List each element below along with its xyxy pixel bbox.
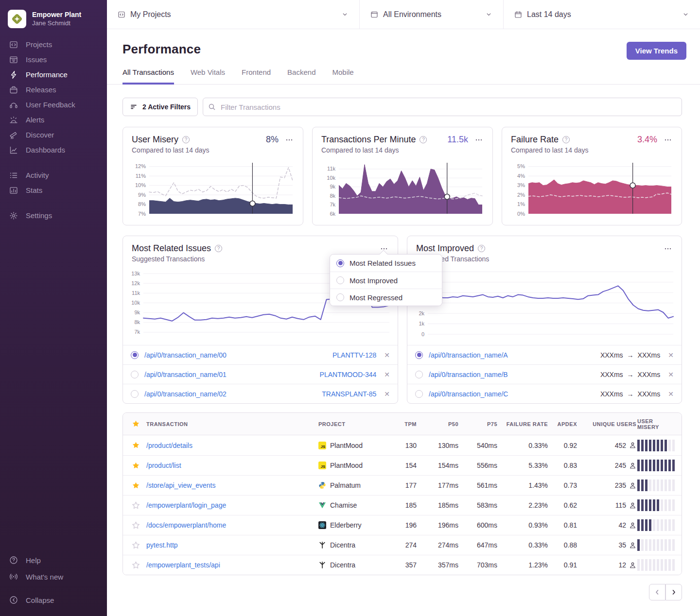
list-item: /api/0/transaction_name/AXXXms→XXXms✕ [407, 345, 682, 364]
transaction-link[interactable]: /api/0/transaction_name/01 [144, 371, 227, 378]
sidebar-item-performance[interactable]: Performance [0, 67, 107, 82]
star-toggle[interactable] [123, 481, 146, 490]
project-filter-dropdown[interactable]: My Projects [107, 0, 360, 29]
star-toggle[interactable] [123, 441, 146, 449]
card-menu-button[interactable] [663, 244, 673, 254]
radio-button[interactable] [131, 390, 139, 398]
close-icon[interactable]: ✕ [668, 371, 674, 378]
main-area: My Projects All Environments Last 14 day… [107, 0, 700, 616]
issue-link[interactable]: TRANSPLANT-85 [322, 390, 376, 398]
sidebar-item-collapse[interactable]: Collapse [0, 592, 107, 608]
help-icon[interactable] [562, 136, 570, 143]
page-content: 2 Active Filters User Misery 8% Compar [107, 85, 700, 600]
active-filters-button[interactable]: 2 Active Filters [122, 98, 198, 116]
transaction-link[interactable]: /store/api_view_events [146, 481, 215, 489]
column-header-unique-users[interactable]: UNIQUE USERS [580, 421, 637, 427]
date-range-dropdown[interactable]: Last 14 days [504, 0, 700, 29]
sidebar-item-dashboards[interactable]: Dashboards [0, 142, 107, 157]
issues-icon [9, 55, 18, 64]
star-toggle[interactable] [123, 501, 146, 510]
transaction-link[interactable]: /api/0/transaction_name/00 [144, 351, 227, 359]
sidebar-item-settings[interactable]: Settings [0, 208, 107, 223]
previous-page-button[interactable] [649, 584, 665, 600]
close-icon[interactable]: ✕ [384, 390, 390, 398]
column-header-p50[interactable]: P50 [420, 421, 461, 427]
issue-link[interactable]: PLANTMOOD-344 [320, 371, 377, 378]
tab-backend[interactable]: Backend [287, 68, 315, 85]
environment-filter-dropdown[interactable]: All Environments [360, 0, 504, 29]
transaction-link[interactable]: /product/details [146, 442, 192, 449]
transaction-link[interactable]: /empowerplant/login_page [146, 501, 226, 509]
transaction-link[interactable]: /api/0/transaction_name/02 [144, 390, 227, 398]
column-header-apdex[interactable]: APDEX [551, 421, 580, 427]
failure-rate-chart[interactable]: 5%4%3%2%1%0% [511, 159, 673, 216]
help-icon[interactable] [478, 245, 485, 252]
sidebar-item-activity[interactable]: Activity [0, 168, 107, 183]
sidebar-item-feedback[interactable]: User Feedback [0, 97, 107, 112]
help-icon[interactable] [215, 245, 222, 252]
radio-button[interactable] [131, 371, 139, 378]
menu-item-most-regressed[interactable]: Most Regressed [330, 289, 442, 306]
column-header-transaction[interactable]: TRANSACTION [146, 421, 318, 427]
column-header-project[interactable]: PROJECT [318, 421, 391, 427]
transaction-link[interactable]: /api/0/transaction_name/A [429, 351, 508, 359]
tab-frontend[interactable]: Frontend [242, 68, 271, 85]
transaction-link[interactable]: /api/0/transaction_name/C [429, 390, 508, 398]
sidebar-item-alerts[interactable]: Alerts [0, 112, 107, 127]
close-icon[interactable]: ✕ [668, 351, 674, 359]
page-header: Performance View Trends [107, 29, 700, 60]
tab-web-vitals[interactable]: Web Vitals [191, 68, 225, 85]
org-switcher[interactable]: Empower Plant Jane Schmidt [0, 7, 107, 37]
card-menu-button[interactable] [663, 135, 673, 145]
column-header-failure-rate[interactable]: FAILURE RATE [500, 421, 551, 427]
radio-button[interactable] [131, 351, 139, 359]
radio-button[interactable] [415, 390, 423, 398]
radio-button[interactable] [415, 371, 423, 378]
star-column-header[interactable] [123, 420, 146, 428]
column-header-tpm[interactable]: TPM [391, 421, 420, 427]
transaction-link[interactable]: /docs/empowerplant/home [146, 521, 226, 529]
transaction-link[interactable]: pytest.http [146, 541, 178, 549]
radio-button[interactable] [336, 259, 344, 267]
sidebar-item-help[interactable]: Help [0, 552, 107, 568]
close-icon[interactable]: ✕ [668, 390, 674, 398]
tab-mobile[interactable]: Mobile [332, 68, 353, 85]
card-menu-button[interactable] [474, 135, 484, 145]
star-toggle[interactable] [123, 521, 146, 530]
menu-item-most-related-issues[interactable]: Most Related Issues [330, 255, 442, 272]
user-misery-chart[interactable]: 12%11%10%9%8%7% [132, 159, 294, 216]
radio-button[interactable] [336, 293, 344, 301]
tab-all-transactions[interactable]: All Transactions [122, 68, 174, 85]
star-toggle[interactable] [123, 561, 146, 569]
sidebar-item-whatsnew[interactable]: What's new [0, 568, 107, 585]
view-trends-button[interactable]: View Trends [627, 42, 686, 60]
help-icon[interactable] [420, 136, 427, 143]
search-input[interactable] [203, 98, 682, 116]
tpm-chart[interactable]: 11k10k9k8k7k6k [321, 159, 484, 216]
close-icon[interactable]: ✕ [384, 351, 390, 359]
sidebar-item-stats[interactable]: Stats [0, 183, 107, 198]
transaction-link[interactable]: /empowerplant_tests/api [146, 561, 220, 569]
sidebar-item-discover[interactable]: Discover [0, 127, 107, 142]
radio-button[interactable] [336, 276, 344, 284]
most-improved-chart[interactable]: 2k1k0 [410, 265, 675, 337]
radio-button[interactable] [415, 351, 423, 359]
star-toggle[interactable] [123, 541, 146, 549]
table-header: TRANSACTIONPROJECTTPMP50P75FAILURE RATEA… [123, 413, 682, 435]
sidebar-item-projects[interactable]: Projects [0, 37, 107, 52]
card-menu-button[interactable] [284, 135, 294, 145]
transaction-link[interactable]: /product/list [146, 462, 181, 469]
issue-link[interactable]: PLANTTV-128 [332, 351, 376, 359]
column-header-p75[interactable]: P75 [461, 421, 500, 427]
star-toggle[interactable] [123, 462, 146, 470]
column-header-user-misery[interactable]: USER MISERY [637, 418, 682, 430]
next-page-button[interactable] [665, 584, 682, 600]
python-icon [318, 481, 326, 489]
sidebar-item-releases[interactable]: Releases [0, 82, 107, 97]
close-icon[interactable]: ✕ [384, 371, 390, 378]
transaction-link[interactable]: /api/0/transaction_name/B [429, 371, 508, 378]
help-icon[interactable] [182, 136, 190, 143]
tpm-value: 177 [391, 481, 420, 489]
menu-item-most-improved[interactable]: Most Improved [330, 272, 442, 289]
sidebar-item-issues[interactable]: Issues [0, 52, 107, 67]
